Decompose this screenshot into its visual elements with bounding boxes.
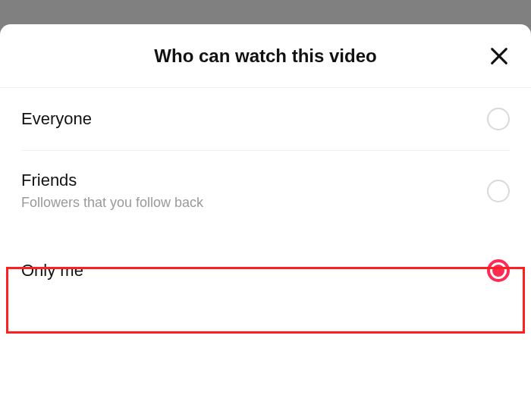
- close-icon: [489, 45, 510, 67]
- sheet-header: Who can watch this video: [0, 24, 531, 88]
- radio-only-me[interactable]: [487, 259, 510, 282]
- option-friends[interactable]: Friends Followers that you follow back: [0, 151, 531, 230]
- option-label: Friends: [21, 171, 203, 190]
- option-text: Everyone: [21, 109, 92, 129]
- radio-everyone[interactable]: [487, 108, 510, 130]
- sheet-title: Who can watch this video: [154, 45, 376, 67]
- option-subtitle: Followers that you follow back: [21, 195, 203, 211]
- option-only-me[interactable]: Only me: [0, 230, 531, 311]
- option-text: Friends Followers that you follow back: [21, 171, 203, 211]
- option-label: Everyone: [21, 109, 92, 129]
- close-button[interactable]: [489, 45, 510, 67]
- radio-friends[interactable]: [487, 180, 510, 202]
- option-everyone[interactable]: Everyone: [0, 88, 531, 150]
- privacy-sheet: Who can watch this video Everyone Friend…: [0, 24, 531, 420]
- option-text: Only me: [21, 261, 83, 281]
- option-label: Only me: [21, 261, 83, 281]
